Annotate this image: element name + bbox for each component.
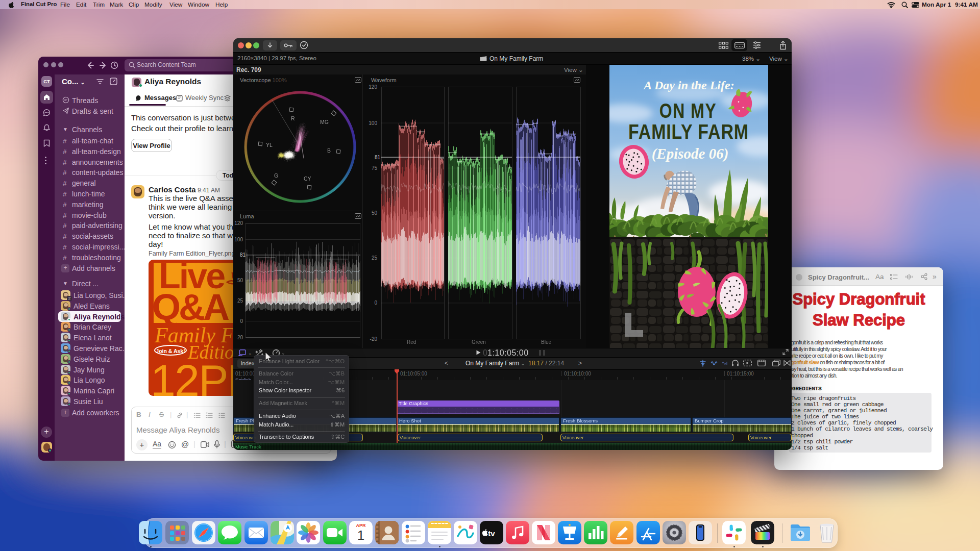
svg-text:ON MY: ON MY	[659, 99, 717, 122]
svg-text:FAMILY FARM: FAMILY FARM	[628, 120, 749, 143]
svg-text:A Day in the Life:: A Day in the Life:	[643, 79, 734, 92]
svg-text:tv: tv	[488, 529, 495, 538]
svg-text:(Episode 06): (Episode 06)	[652, 145, 729, 162]
svg-text:1: 1	[357, 528, 364, 543]
